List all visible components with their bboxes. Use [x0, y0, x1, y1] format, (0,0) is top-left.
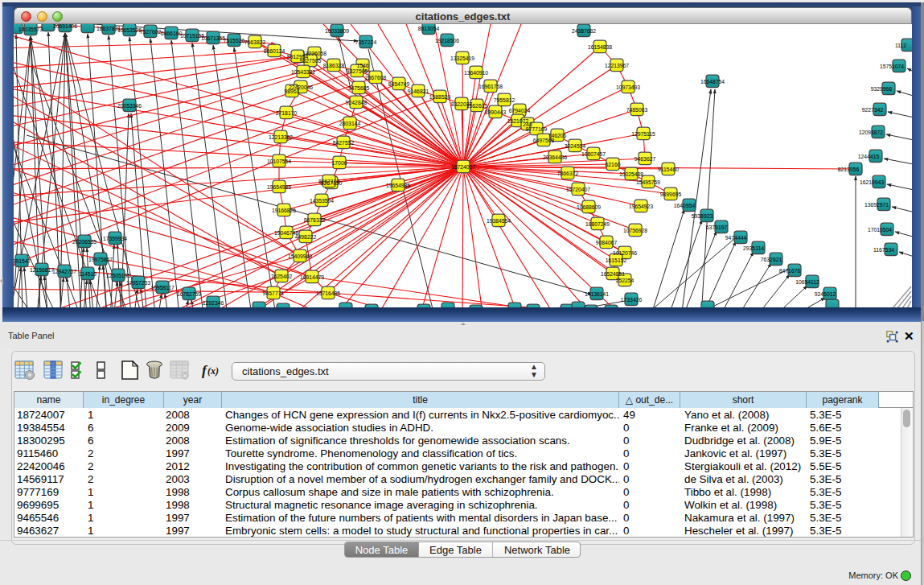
svg-text:9327505: 9327505	[347, 68, 368, 74]
svg-text:7632621: 7632621	[761, 257, 782, 262]
svg-text:12093872: 12093872	[859, 130, 883, 135]
svg-text:12975115: 12975115	[631, 131, 655, 137]
svg-text:8427552: 8427552	[333, 140, 355, 146]
svg-text:9242848: 9242848	[346, 100, 368, 105]
svg-text:14353594: 14353594	[310, 198, 334, 204]
svg-text:15716485: 15716485	[316, 290, 340, 296]
svg-text:8454749: 8454749	[388, 81, 410, 87]
svg-text:1244415: 1244415	[858, 154, 880, 159]
svg-text:114519: 114519	[79, 271, 97, 277]
svg-text:12942757: 12942757	[52, 269, 76, 274]
svg-text:6794024: 6794024	[509, 108, 531, 113]
svg-text:16782759: 16782759	[177, 291, 201, 297]
svg-text:7515526: 7515526	[224, 38, 245, 43]
svg-text:9899695: 9899695	[660, 192, 682, 197]
svg-text:10688609: 10688609	[577, 204, 601, 210]
svg-text:746206: 746206	[548, 133, 567, 138]
svg-text:1112: 1112	[895, 43, 906, 48]
svg-text:9115460: 9115460	[658, 167, 679, 172]
svg-text:2935114: 2935114	[743, 245, 764, 251]
svg-text:1292346: 1292346	[203, 300, 224, 306]
svg-text:16648754: 16648754	[700, 79, 725, 84]
svg-text:7485063: 7485063	[626, 107, 648, 113]
svg-text:9245012: 9245012	[815, 291, 836, 297]
svg-text:991547: 991547	[14, 258, 31, 264]
svg-text:1640954: 1640954	[674, 203, 696, 208]
svg-text:16210943: 16210943	[860, 179, 884, 185]
svg-text:14035573: 14035573	[18, 27, 43, 32]
svg-text:252254: 252254	[616, 278, 634, 283]
svg-text:8471676: 8471676	[779, 268, 801, 274]
svg-text:10973493: 10973493	[616, 84, 640, 90]
svg-text:10756928: 10756928	[623, 228, 647, 233]
svg-text:16154838: 16154838	[588, 44, 612, 50]
svg-text:24387682: 24387682	[572, 28, 596, 34]
svg-text:15751074: 15751074	[880, 64, 904, 69]
svg-text:9146821: 9146821	[408, 89, 429, 94]
svg-text:20053346: 20053346	[117, 103, 142, 109]
svg-text:16961758: 16961758	[478, 84, 503, 89]
svg-text:7527602: 7527602	[140, 29, 162, 35]
svg-text:9457771: 9457771	[263, 290, 285, 296]
svg-text:19654923: 19654923	[629, 204, 653, 209]
svg-text:9327505: 9327505	[300, 58, 322, 64]
svg-text:10654112: 10654112	[795, 279, 819, 285]
svg-text:8186328: 8186328	[323, 63, 345, 68]
svg-text:20206535: 20206535	[72, 239, 97, 245]
svg-text:9084067: 9084067	[596, 240, 618, 245]
svg-text:1362615: 1362615	[466, 103, 488, 109]
svg-text:15720407: 15720407	[566, 187, 590, 192]
svg-text:2803144: 2803144	[339, 121, 361, 126]
svg-text:3024554: 3024554	[565, 143, 586, 149]
svg-text:8267110: 8267110	[318, 179, 339, 184]
svg-text:12213362: 12213362	[269, 134, 293, 140]
svg-text:10653526: 10653526	[117, 27, 142, 33]
svg-text:10107554: 10107554	[267, 159, 291, 164]
svg-text:13325419: 13325419	[450, 56, 474, 61]
svg-text:1167534: 1167534	[873, 247, 894, 253]
svg-text:8813054: 8813054	[418, 26, 440, 31]
svg-text:4498222: 4498222	[295, 234, 317, 240]
svg-text:10025488: 10025488	[619, 171, 643, 177]
svg-text:7663822: 7663822	[244, 39, 266, 45]
svg-text:2718170: 2718170	[276, 110, 298, 116]
svg-text:8660124: 8660124	[264, 48, 285, 54]
svg-text:1588520: 1588520	[429, 94, 451, 100]
svg-text:15409949: 15409949	[288, 253, 312, 259]
svg-text:12156817: 12156817	[30, 267, 54, 273]
svg-text:7955812: 7955812	[494, 97, 515, 103]
svg-text:12213967: 12213967	[605, 63, 629, 68]
svg-text:(x): (x)	[207, 365, 219, 377]
svg-text:20364436: 20364436	[543, 154, 567, 160]
svg-text:2867608: 2867608	[365, 75, 387, 80]
svg-text:19975857: 19975857	[88, 257, 113, 262]
svg-text:1615152: 1615152	[606, 257, 627, 263]
svg-text:6379197: 6379197	[706, 225, 728, 230]
svg-text:5938923: 5938923	[692, 213, 713, 219]
svg-text:19654985: 19654985	[267, 184, 291, 190]
svg-text:9777169: 9777169	[526, 126, 548, 132]
svg-text:16524851: 16524851	[601, 271, 625, 277]
svg-text:17006: 17006	[332, 160, 347, 166]
svg-text:17957253: 17957253	[126, 280, 150, 286]
svg-text:20691406: 20691406	[53, 24, 77, 29]
svg-text:1546: 1546	[356, 63, 368, 68]
svg-text:16033809: 16033809	[325, 28, 349, 34]
svg-text:3475685: 3475685	[348, 85, 370, 91]
svg-text:18724007: 18724007	[451, 164, 475, 170]
svg-text:16914479: 16914479	[300, 274, 324, 280]
svg-text:62160: 62160	[606, 162, 621, 167]
svg-text:17359934: 17359934	[103, 236, 127, 241]
svg-text:13692971: 13692971	[864, 202, 889, 208]
svg-text:8678332: 8678332	[304, 217, 326, 223]
svg-text:12505195: 12505195	[106, 273, 130, 278]
svg-text:6497568: 6497568	[533, 138, 555, 143]
svg-text:19654985: 19654985	[386, 183, 410, 188]
svg-text:9329966: 9329966	[871, 86, 893, 92]
svg-text:14136141: 14136141	[585, 291, 609, 297]
svg-text:9463627: 9463627	[634, 156, 656, 162]
svg-text:10958117: 10958117	[150, 285, 175, 290]
svg-text:1733426: 1733426	[621, 297, 643, 303]
svg-text:9474444: 9474444	[725, 235, 747, 241]
svg-text:13640910: 13640910	[464, 70, 488, 76]
